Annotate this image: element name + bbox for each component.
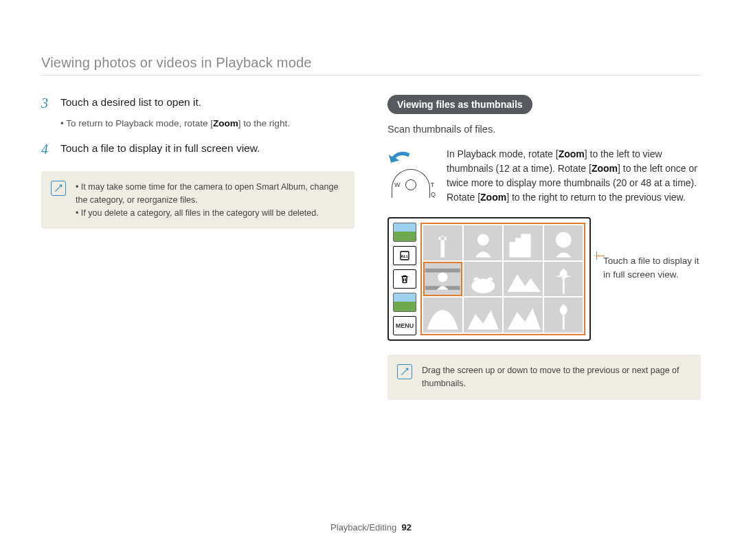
thumbnail-cell[interactable] — [504, 298, 543, 333]
zoom-dial-icon: W T Q — [387, 147, 434, 201]
footer-page-number: 92 — [401, 522, 411, 533]
step-text: Touch a file to display it in full scree… — [60, 141, 260, 157]
side-toolbar: ALL MENU — [393, 223, 416, 335]
figure-callout: Touch a file to display it in full scree… — [603, 217, 701, 281]
t: Zoom — [592, 163, 618, 174]
thumbnail-cell[interactable] — [544, 298, 583, 333]
left-column: 3 Touch a desired list to open it. To re… — [41, 95, 355, 400]
substep-bold: Zoom — [213, 118, 238, 128]
t: Zoom — [559, 148, 585, 159]
photo-thumbnail-icon[interactable] — [393, 223, 416, 242]
right-column: Viewing files as thumbnails Scan thumbna… — [387, 95, 701, 400]
dial-q-label: Q — [431, 191, 436, 198]
dial-w-label: W — [394, 181, 401, 188]
callout-text: Touch a file to display it in full scree… — [603, 256, 699, 280]
step-number: 3 — [41, 95, 54, 111]
thumbnail-cell[interactable] — [464, 225, 503, 260]
step-3-substep: To return to Playback mode, rotate [Zoom… — [60, 118, 355, 128]
thumbnail-cell[interactable] — [544, 262, 583, 297]
substep-text-post: ] to the right. — [238, 118, 290, 128]
zoom-instruction-row: W T Q In Playback mode, rotate [Zoom] to… — [387, 147, 701, 205]
section-heading-pill: Viewing files as thumbnails — [387, 95, 532, 114]
trash-icon[interactable] — [393, 269, 416, 289]
dial-t-label: T — [431, 181, 435, 188]
page-title: Viewing photos or videos in Playback mod… — [41, 55, 701, 71]
thumbnail-cell[interactable] — [423, 298, 462, 333]
t: In Playback mode, rotate [ — [447, 148, 559, 159]
note-item: It may take some time for the camera to … — [76, 181, 342, 207]
note-list: It may take some time for the camera to … — [76, 181, 342, 219]
manual-page: Viewing photos or videos in Playback mod… — [0, 0, 742, 560]
note-item: If you delete a category, all files in t… — [76, 207, 342, 220]
photo-thumbnail-icon[interactable] — [393, 293, 416, 312]
t: Zoom — [480, 192, 506, 203]
arrow-left-icon — [387, 150, 411, 166]
zoom-instruction-text: In Playback mode, rotate [Zoom] to the l… — [447, 147, 701, 205]
thumbnail-figure: ALL MENU — [387, 217, 701, 341]
thumbnail-cell[interactable] — [464, 262, 503, 297]
step-3: 3 Touch a desired list to open it. — [41, 95, 355, 111]
t: ] to the right to return to the previous… — [506, 192, 686, 203]
substep-text-pre: To return to Playback mode, rotate [ — [66, 118, 213, 128]
step-4: 4 Touch a file to display it in full scr… — [41, 141, 355, 157]
svg-text:ALL: ALL — [401, 254, 409, 258]
title-divider — [41, 75, 701, 76]
two-column-layout: 3 Touch a desired list to open it. To re… — [41, 95, 701, 400]
all-filter-icon[interactable]: ALL — [393, 246, 416, 265]
thumbnail-grid[interactable] — [420, 223, 585, 335]
thumbnail-cell[interactable] — [504, 225, 543, 260]
thumbnail-cell[interactable] — [464, 298, 503, 333]
note-icon — [397, 364, 412, 379]
step-text: Touch a desired list to open it. — [60, 95, 201, 111]
note-box: Drag the screen up or down to move to th… — [387, 355, 701, 400]
section-intro: Scan thumbnails of files. — [387, 124, 701, 135]
svg-rect-7 — [425, 268, 460, 272]
thumbnail-cell[interactable] — [423, 225, 462, 260]
note-icon — [51, 181, 66, 196]
menu-button[interactable]: MENU — [393, 316, 416, 335]
step-number: 4 — [41, 141, 54, 157]
page-footer: Playback/Editing 92 — [0, 522, 742, 533]
thumbnail-cell[interactable] — [544, 225, 583, 260]
thumbnail-cell[interactable] — [504, 262, 543, 297]
note-text: Drag the screen up or down to move to th… — [422, 364, 688, 390]
thumbnail-cell-selected[interactable] — [423, 262, 462, 297]
note-box: It may take some time for the camera to … — [41, 171, 355, 229]
footer-section: Playback/Editing — [330, 522, 396, 533]
camera-screen: ALL MENU — [387, 217, 591, 341]
